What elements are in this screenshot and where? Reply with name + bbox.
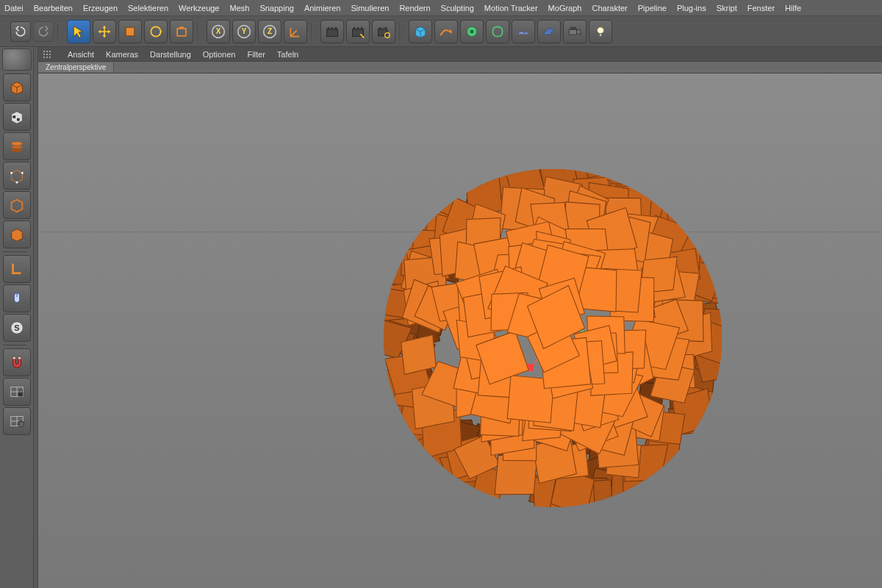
add-camera-button[interactable] — [563, 20, 587, 43]
rotate-tool-button[interactable] — [144, 20, 168, 43]
menu-item-pipeline[interactable]: Pipeline — [638, 4, 667, 12]
menu-item-datei[interactable]: Datei — [4, 4, 24, 12]
x-axis-lock-button[interactable]: X — [207, 20, 230, 43]
viewport-solo-button[interactable] — [3, 407, 31, 435]
svg-text:X: X — [216, 27, 221, 35]
mode-palette: S — [0, 47, 34, 588]
menu-item-fenster[interactable]: Fenster — [747, 4, 775, 12]
render-settings-button[interactable] — [372, 20, 395, 43]
add-floor-button[interactable] — [537, 20, 561, 43]
texture-mode-button[interactable] — [3, 132, 31, 160]
add-primitive-button[interactable] — [409, 20, 432, 43]
viewport-menu-tafeln[interactable]: Tafeln — [277, 50, 298, 59]
svg-point-26 — [11, 146, 22, 149]
svg-point-19 — [570, 27, 573, 30]
menu-item-snapping[interactable]: Snapping — [259, 4, 294, 12]
live-select-button[interactable] — [67, 20, 90, 43]
viewport-menu-kameras[interactable]: Kameras — [106, 50, 138, 59]
redo-button[interactable] — [33, 21, 54, 42]
add-spline-button[interactable] — [434, 20, 458, 43]
render-picture-viewer-button[interactable] — [346, 20, 370, 43]
scene-object-cloner-sphere[interactable] — [384, 169, 722, 507]
menu-item-selektieren[interactable]: Selektieren — [128, 4, 168, 12]
add-light-button[interactable] — [589, 20, 612, 43]
menu-item-simulieren[interactable]: Simulieren — [351, 4, 389, 12]
polys-mode-button[interactable] — [3, 220, 31, 248]
svg-point-49 — [46, 54, 48, 55]
undo-button[interactable] — [10, 21, 31, 42]
svg-point-15 — [470, 29, 474, 33]
main-menu-bar: DateiBearbeitenErzeugenSelektierenWerkze… — [0, 0, 882, 16]
tweak-mode-button[interactable] — [3, 284, 31, 312]
menu-item-erzeugen[interactable]: Erzeugen — [83, 4, 118, 12]
svg-rect-10 — [327, 29, 338, 36]
workplane-button[interactable] — [3, 378, 31, 406]
menu-item-animieren[interactable]: Animieren — [304, 4, 341, 12]
y-axis-lock-button[interactable]: Y — [232, 20, 256, 43]
svg-rect-3 — [179, 26, 184, 29]
object-thumbnail-icon — [2, 49, 32, 71]
viewport-3d[interactable] — [38, 74, 882, 588]
add-generator-button[interactable] — [460, 20, 484, 43]
panel-grip-icon[interactable] — [43, 50, 51, 59]
svg-point-27 — [11, 148, 22, 152]
menu-item-werkzeuge[interactable]: Werkzeuge — [179, 4, 219, 12]
viewport-tab-perspective[interactable]: Zentralperspektive — [38, 62, 114, 72]
svg-rect-40 — [18, 392, 22, 397]
viewport-menu-ansicht[interactable]: Ansicht — [68, 50, 94, 59]
recent-tool-button[interactable] — [170, 20, 193, 43]
add-deformer-button[interactable] — [486, 20, 509, 43]
edges-mode-button[interactable] — [3, 191, 31, 219]
axis-mode-button[interactable] — [3, 255, 31, 283]
svg-rect-24 — [17, 118, 20, 121]
svg-point-45 — [43, 51, 45, 52]
svg-point-51 — [43, 57, 45, 58]
svg-point-52 — [46, 57, 48, 58]
svg-point-47 — [49, 51, 51, 52]
render-view-button[interactable] — [320, 20, 344, 43]
svg-point-21 — [598, 27, 603, 33]
scale-tool-button[interactable] — [118, 20, 142, 43]
svg-rect-35 — [12, 357, 15, 359]
viewport-menu-darstellung[interactable]: Darstellung — [150, 50, 191, 59]
magnet-button[interactable] — [3, 348, 31, 376]
svg-rect-0 — [126, 27, 135, 36]
svg-point-53 — [49, 57, 51, 58]
move-tool-button[interactable] — [93, 20, 116, 43]
svg-rect-22 — [599, 33, 601, 36]
svg-point-29 — [21, 172, 23, 174]
svg-rect-36 — [18, 357, 21, 359]
svg-text:Z: Z — [268, 27, 272, 35]
menu-item-motion tracker[interactable]: Motion Tracker — [484, 4, 538, 12]
make-editable-button[interactable] — [3, 74, 31, 101]
menu-item-bearbeiten[interactable]: Bearbeiten — [34, 4, 73, 12]
svg-rect-2 — [177, 28, 186, 35]
svg-point-1 — [151, 26, 160, 36]
main-toolbar: X Y Z — [0, 16, 882, 47]
svg-rect-12 — [379, 29, 388, 35]
add-environment-button[interactable] — [512, 20, 535, 43]
z-axis-lock-button[interactable]: Z — [258, 20, 282, 43]
svg-point-28 — [10, 172, 12, 174]
menu-item-sculpting[interactable]: Sculpting — [441, 4, 474, 12]
menu-item-mograph[interactable]: MoGraph — [548, 4, 582, 12]
menu-item-rendern[interactable]: Rendern — [399, 4, 430, 12]
model-mode-button[interactable] — [3, 103, 31, 131]
menu-item-skript[interactable]: Skript — [717, 4, 737, 12]
svg-point-46 — [46, 51, 48, 52]
menu-item-hilfe[interactable]: Hilfe — [785, 4, 801, 12]
viewport-panel: AnsichtKamerasDarstellungOptionenFilterT… — [38, 47, 882, 588]
coordinate-system-button[interactable] — [284, 20, 307, 43]
svg-point-25 — [11, 142, 22, 146]
menu-item-mesh[interactable]: Mesh — [229, 4, 249, 12]
menu-item-plug-ins[interactable]: Plug-ins — [677, 4, 706, 12]
svg-text:S: S — [14, 323, 19, 332]
snap-toggle-button[interactable]: S — [3, 314, 31, 342]
svg-rect-23 — [12, 115, 15, 118]
menu-item-charakter[interactable]: Charakter — [592, 4, 627, 12]
points-mode-button[interactable] — [3, 162, 31, 190]
svg-point-48 — [43, 54, 45, 55]
svg-text:Y: Y — [242, 27, 247, 35]
viewport-menu-optionen[interactable]: Optionen — [203, 50, 236, 59]
viewport-menu-filter[interactable]: Filter — [247, 50, 265, 59]
